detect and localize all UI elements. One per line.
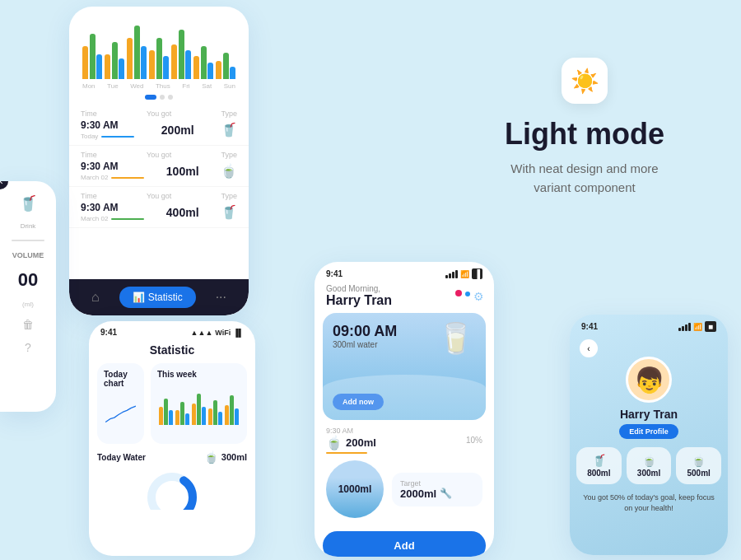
- soup-icon: 🍵: [642, 454, 656, 467]
- bottom-navigation: ⌂ 📊 Statistic ···: [69, 279, 249, 315]
- signal-icon: ▲▲▲: [191, 329, 213, 337]
- hero-title: Light mode: [469, 117, 700, 152]
- log-item: Time You got Type 9:30 AM March 02 100ml…: [69, 146, 249, 187]
- wifi-icon: 📶: [460, 270, 469, 278]
- water-amount: 300ml: [221, 452, 247, 462]
- deco-dots: ⚙: [455, 290, 484, 303]
- dot-2: [160, 95, 165, 100]
- donut-chart: [143, 469, 201, 510]
- water-ml: 800ml: [587, 469, 610, 478]
- day-labels: Mon Tue Wed Thus Fri Sat Sun: [77, 82, 240, 90]
- status-bar: 9:41 📶 ■: [570, 315, 728, 334]
- question-icon[interactable]: ?: [25, 341, 31, 354]
- this-week-label: This week: [157, 370, 240, 379]
- drink-ml: 500ml: [687, 469, 711, 478]
- dot-3: [168, 95, 173, 100]
- today-water-label: Today Water: [97, 453, 146, 462]
- volume-number: 00: [18, 269, 38, 291]
- donut-chart-area: [89, 464, 255, 515]
- status-icons: 📶 ▐: [445, 268, 482, 279]
- status-bar: 9:41 📶 ▐: [315, 262, 494, 281]
- bar-chart: [77, 13, 240, 79]
- weekly-chart: Mon Tue Wed Thus Fri Sat Sun: [69, 7, 249, 90]
- drink-icon: 🍵: [692, 454, 706, 467]
- log-amount: 400ml: [166, 206, 199, 219]
- edit-profile-button[interactable]: Edit Profile: [619, 424, 678, 439]
- status-icons: 📶 ■: [678, 321, 716, 332]
- glass-icon: 🥛: [437, 321, 474, 356]
- log-time: 9:30 AM: [81, 119, 134, 131]
- hero-subtitle: With neat design and more variant compon…: [469, 160, 700, 197]
- water-circle: 1000ml: [326, 460, 384, 518]
- partial-sidebar: ✕ 🥤 Drink VOLUME 00 (ml) 🗑 ?: [0, 181, 56, 412]
- water-type-icon: 🥤: [221, 122, 237, 138]
- stat-drink: 🍵 500ml: [676, 447, 721, 484]
- target-label: Target: [400, 479, 474, 488]
- hero-card: 09:00 AM 300ml water Add now 🥛: [323, 313, 486, 420]
- drink-type-icon: 🥤: [221, 204, 237, 220]
- progress-line: [326, 452, 367, 454]
- soup-icon: 🍵: [326, 435, 343, 450]
- today-water-row: Today Water 🍵 300ml: [89, 444, 255, 464]
- phone-profile: 9:41 📶 ■ ‹ 👦 Harry Tran Edit Profile 🥤 8…: [570, 315, 728, 555]
- intake-amount: 200ml: [346, 436, 376, 449]
- pink-dot: [455, 290, 462, 296]
- home-nav-button[interactable]: ⌂: [83, 285, 108, 310]
- status-icons: ▲▲▲ WiFi ▐▌: [191, 329, 244, 337]
- log-amount: 200ml: [161, 124, 194, 137]
- type-line: [111, 177, 144, 179]
- stat-soup: 🍵 300ml: [627, 447, 672, 484]
- profile-stats: 🥤 800ml 🍵 300ml 🍵 500ml: [570, 439, 728, 489]
- target-amount: 2000ml: [400, 488, 436, 500]
- phone-statistic: 9:41 ▲▲▲ WiFi ▐▌ Statistic Today chart T…: [89, 321, 255, 556]
- soup-type-icon: 🍵: [221, 163, 237, 179]
- wifi-icon: 📶: [693, 323, 702, 331]
- drink-label: Drink: [21, 222, 36, 230]
- target-icon: 🔧: [440, 488, 452, 499]
- progress-section: 1000ml Target 2000ml 🔧: [315, 454, 494, 525]
- more-nav-button[interactable]: ···: [207, 285, 235, 310]
- add-button[interactable]: Add: [323, 531, 486, 557]
- volume-label: VOLUME: [12, 251, 44, 259]
- today-chart-card[interactable]: Today chart: [97, 363, 144, 444]
- close-button[interactable]: ✕: [0, 181, 8, 189]
- stat-water: 🥤 800ml: [576, 447, 622, 484]
- log-item: Time You got Type 9:30 AM Today 200ml 🥤: [69, 105, 249, 146]
- statistic-title: Statistic: [89, 338, 255, 363]
- intake-time: 9:30 AM: [326, 427, 376, 435]
- this-week-card[interactable]: This week: [151, 363, 247, 444]
- battery-icon: ▐▌: [233, 329, 244, 337]
- log-date: March 02: [81, 215, 108, 222]
- page-indicator: [69, 90, 249, 105]
- phone-log: Mon Tue Wed Thus Fri Sat Sun Time You go…: [69, 7, 249, 315]
- profile-message: You got 50% of today's goal, keep focus …: [570, 489, 728, 516]
- stat-grid: Today chart This week: [89, 363, 255, 444]
- gear-icon: ⚙: [473, 290, 484, 303]
- log-time: 9:30 AM: [81, 202, 144, 213]
- statistic-nav-button[interactable]: 📊 Statistic: [119, 287, 196, 308]
- today-chart-label: Today chart: [104, 370, 137, 388]
- bar-chart: [157, 384, 240, 425]
- log-date: Today: [81, 133, 98, 140]
- ml-label: (ml): [22, 301, 34, 308]
- soup-ml: 300ml: [637, 469, 660, 478]
- trash-icon[interactable]: 🗑: [22, 318, 34, 331]
- divider: [12, 240, 44, 241]
- log-item: Time You got Type 9:30 AM March 02 400ml…: [69, 187, 249, 228]
- soup-icon: 🍵: [204, 450, 218, 464]
- back-button[interactable]: ‹: [580, 339, 598, 357]
- log-time: 9:30 AM: [81, 161, 144, 172]
- dot-1: [145, 95, 156, 100]
- log-amount: 100ml: [166, 165, 199, 178]
- intake-percent: 10%: [466, 436, 482, 445]
- type-line: [101, 136, 134, 138]
- type-line: [111, 218, 144, 220]
- water-icon: 🥤: [592, 454, 606, 467]
- chart-icon: 📊: [133, 292, 145, 303]
- line-chart: [104, 393, 137, 434]
- profile-name: Harry Tran: [620, 408, 678, 421]
- drink-icon: 🥤: [19, 194, 37, 212]
- target-box: Target 2000ml 🔧: [392, 473, 482, 506]
- blue-dot: [465, 292, 470, 296]
- intake-row: 9:30 AM 🍵 200ml 10%: [315, 420, 494, 454]
